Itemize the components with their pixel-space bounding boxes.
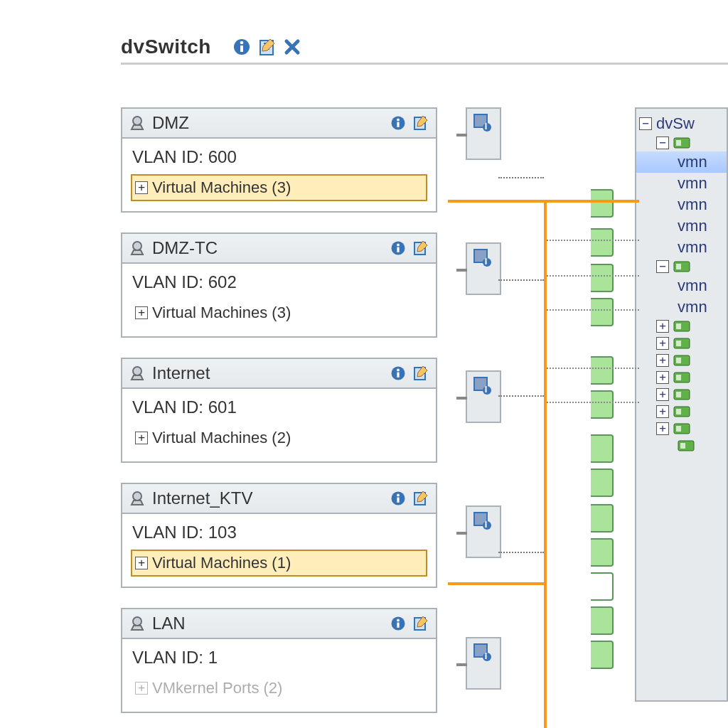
expand-icon[interactable]: +: [656, 320, 669, 333]
vm-label: Virtual Machines (3): [152, 178, 291, 197]
host-proxy-icon[interactable]: [473, 248, 491, 267]
svg-point-36: [485, 258, 487, 260]
info-icon[interactable]: [390, 115, 406, 131]
tree-node[interactable]: vmn: [636, 296, 727, 318]
edit-icon[interactable]: [413, 491, 429, 506]
collapse-icon[interactable]: −: [639, 117, 652, 130]
vlan-label: VLAN ID: 1: [132, 648, 427, 668]
svg-rect-43: [485, 523, 486, 528]
svg-rect-56: [676, 341, 681, 346]
portgroup-icon: [129, 365, 145, 381]
vm-row[interactable]: + Virtual Machines (3): [131, 174, 427, 201]
portgroup-name: DMZ: [152, 113, 383, 133]
svg-rect-62: [676, 392, 681, 397]
portgroup-card: LAN VLAN ID: 1 + VMkernel Ports (2): [121, 608, 437, 713]
edit-icon[interactable]: [413, 365, 429, 381]
tree-node[interactable]: vmn: [636, 194, 727, 215]
portgroup-icon: [129, 491, 145, 506]
nic-icon: [673, 259, 692, 274]
edit-icon[interactable]: [413, 616, 429, 631]
expand-icon[interactable]: +: [135, 181, 148, 194]
svg-point-44: [485, 521, 487, 523]
nic-icon: [673, 370, 692, 385]
svg-point-42: [483, 521, 491, 530]
svg-rect-64: [676, 409, 681, 414]
expand-icon[interactable]: +: [656, 337, 669, 350]
expand-icon[interactable]: +: [656, 405, 669, 418]
svg-point-9: [133, 242, 141, 250]
switch-title: dvSwitch: [121, 36, 211, 58]
portgroup-icon: [129, 616, 145, 631]
nic-icon: [673, 336, 692, 350]
expand-icon[interactable]: +: [656, 422, 669, 435]
collapse-icon[interactable]: −: [656, 136, 669, 149]
svg-rect-52: [676, 264, 681, 269]
tree-root[interactable]: −dvSw: [636, 113, 727, 134]
svg-rect-35: [485, 260, 486, 264]
tree-node[interactable]: vmn: [636, 215, 727, 237]
portgroup-list: DMZ VLAN ID: 600 + Virtual Machines (3) …: [121, 107, 437, 728]
svg-point-48: [485, 653, 487, 655]
vlan-label: VLAN ID: 602: [132, 272, 427, 292]
expand-icon[interactable]: +: [135, 432, 148, 444]
info-icon[interactable]: [390, 491, 406, 506]
delete-icon[interactable]: [284, 38, 301, 55]
info-icon[interactable]: [390, 616, 406, 631]
edit-icon[interactable]: [258, 38, 277, 56]
nic-icon: [673, 136, 692, 150]
tree-node[interactable]: vmn: [636, 151, 727, 173]
nic-icon: [673, 387, 692, 402]
tree-node[interactable]: −: [636, 134, 727, 151]
edit-icon[interactable]: [413, 240, 429, 256]
info-icon[interactable]: [232, 38, 251, 56]
info-icon[interactable]: [390, 240, 406, 256]
vm-row[interactable]: + Virtual Machines (3): [131, 299, 427, 326]
tree-node[interactable]: +: [636, 403, 727, 420]
tree-node[interactable]: +: [636, 369, 727, 386]
expand-icon[interactable]: +: [656, 371, 669, 384]
vm-row[interactable]: + Virtual Machines (2): [131, 424, 427, 451]
host-proxy-icon[interactable]: [473, 113, 491, 132]
expand-icon[interactable]: +: [656, 354, 669, 367]
edit-icon[interactable]: [413, 115, 429, 131]
svg-rect-26: [397, 623, 399, 628]
svg-rect-6: [397, 122, 399, 128]
svg-rect-21: [397, 498, 399, 503]
expand-icon[interactable]: +: [656, 388, 669, 401]
expand-icon[interactable]: +: [135, 682, 148, 695]
tree-node[interactable]: +: [636, 386, 727, 403]
tree-node[interactable]: vmn: [636, 173, 727, 194]
portgroup-name: LAN: [152, 614, 383, 633]
host-proxy-icon[interactable]: [473, 511, 491, 530]
svg-point-24: [133, 617, 141, 626]
tree-node[interactable]: +: [636, 352, 727, 369]
info-icon[interactable]: [390, 365, 406, 381]
tree-node[interactable]: +: [636, 420, 727, 437]
vm-row[interactable]: + VMkernel Ports (2): [131, 675, 427, 702]
host-proxy-icon[interactable]: [473, 643, 491, 661]
tree-node[interactable]: +: [636, 335, 727, 352]
nic-icon: [678, 439, 696, 453]
svg-point-4: [133, 117, 141, 125]
svg-point-22: [397, 494, 400, 497]
tree-node[interactable]: −: [636, 258, 727, 275]
svg-rect-68: [680, 443, 685, 449]
tree-node[interactable]: vmn: [636, 237, 727, 258]
portgroup-card: DMZ VLAN ID: 600 + Virtual Machines (3): [121, 107, 437, 213]
vlan-label: VLAN ID: 103: [132, 523, 427, 542]
portgroup-name: Internet: [152, 363, 383, 383]
topology-header: dvSwitch: [121, 36, 728, 65]
tree-node[interactable]: [636, 437, 727, 454]
vm-row[interactable]: + Virtual Machines (1): [131, 550, 427, 577]
portgroup-card: DMZ-TC VLAN ID: 602 + Virtual Machines (…: [121, 232, 437, 338]
host-proxy-icon[interactable]: [473, 376, 491, 395]
svg-point-38: [483, 386, 491, 395]
tree-node[interactable]: vmn: [636, 275, 727, 296]
vm-label: Virtual Machines (2): [152, 429, 291, 447]
expand-icon[interactable]: +: [135, 557, 148, 569]
svg-rect-16: [397, 373, 399, 378]
tree-node[interactable]: +: [636, 318, 727, 335]
collapse-icon[interactable]: −: [656, 260, 669, 273]
nic-icon: [673, 422, 692, 436]
expand-icon[interactable]: +: [135, 306, 148, 319]
